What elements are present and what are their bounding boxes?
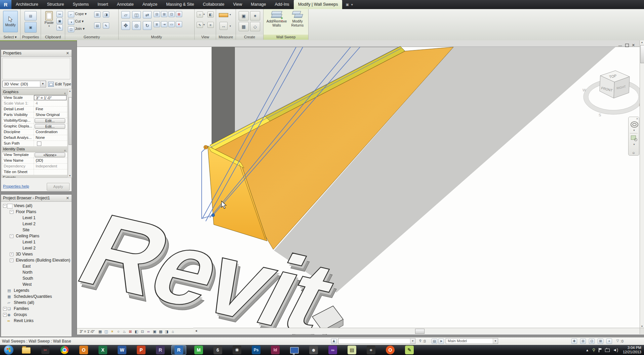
exclude-pinned-icon[interactable]: ⊠ — [598, 339, 603, 344]
section-header-identity-data[interactable]: Identity Data» — [2, 146, 67, 152]
shadows-icon[interactable]: ○ — [116, 329, 121, 334]
taskbar-icon-app-m[interactable]: M — [191, 345, 206, 355]
sun-path-icon[interactable]: ☀ — [110, 329, 115, 334]
panel-label-select[interactable]: Select ▾ — [0, 35, 20, 40]
copy-to-clipboard-icon[interactable]: ▣ — [56, 18, 63, 24]
split-face-icon[interactable]: ▤ — [94, 23, 100, 29]
scroll-up-icon[interactable]: ▲ — [640, 41, 644, 43]
cut-to-clipboard-icon[interactable]: ✂ — [56, 11, 63, 17]
taskbar-icon-indesign[interactable]: Id — [268, 345, 283, 355]
section-header-extents[interactable]: Extents» — [2, 175, 67, 178]
join-geometry-button[interactable]: Join ▾ — [75, 27, 85, 31]
tree-expander[interactable]: + — [3, 307, 7, 311]
taskbar-icon-visual-studio[interactable]: ∞ — [325, 345, 340, 355]
tree-item-level1[interactable]: Level 1 — [1, 215, 72, 221]
scroll-up-icon[interactable]: ▲ — [68, 90, 72, 92]
tree-expander[interactable]: − — [10, 210, 13, 214]
view-name-value[interactable]: {3D} — [34, 158, 67, 163]
modify-tool-button[interactable]: Modify — [3, 11, 18, 32]
align-icon[interactable]: ▱ — [121, 11, 130, 18]
collapse-chevron-icon[interactable]: » — [62, 90, 68, 94]
worksharing-display-icon[interactable]: ▩ — [158, 329, 163, 334]
view-template-button[interactable]: <None> — [35, 153, 65, 157]
tab-add-ins[interactable]: Add-Ins — [271, 0, 294, 9]
create-group-icon[interactable]: ▣ — [239, 11, 249, 21]
navbar-collapse-icon[interactable]: ⊖ — [632, 151, 635, 155]
tab-architecture[interactable]: Architecture — [11, 0, 43, 9]
zoom-icon[interactable] — [631, 135, 636, 140]
taskbar-icon-windows-explorer[interactable] — [19, 345, 34, 355]
taskbar-icon-revit-active[interactable]: R — [171, 345, 186, 355]
title-on-sheet-value[interactable] — [34, 169, 67, 175]
paste-button[interactable]: Paste ▾ — [43, 11, 55, 28]
tree-expander[interactable]: − — [3, 204, 7, 208]
panel-label-properties[interactable]: Properties — [21, 35, 41, 40]
measure-dropdown-arrow[interactable]: ▾ — [230, 13, 231, 16]
tree-item-revit-links[interactable]: ∞Revit Links — [1, 318, 72, 324]
taskbar-icon-headset-app[interactable]: ☻ — [306, 345, 321, 355]
design-options-icon[interactable]: ▤ — [432, 339, 437, 344]
taskbar-icon-revit-viewer[interactable]: R — [153, 345, 168, 355]
tree-item-elevations[interactable]: −Elevations (Building Elevation) — [1, 257, 72, 263]
horizontal-scrollbar-thumb[interactable] — [415, 329, 425, 334]
visual-style-icon[interactable]: ◫ — [104, 329, 109, 334]
sweep-end-grip[interactable] — [212, 214, 215, 217]
tree-item-groups[interactable]: +◉Groups — [1, 312, 72, 318]
tree-item-floor-plans[interactable]: −Floor Plans — [1, 209, 72, 215]
add-remove-walls-button[interactable]: +− Add/Remove Walls — [266, 10, 287, 27]
tab-collaborate[interactable]: Collaborate — [199, 0, 229, 9]
taskbar-icon-origin[interactable]: O — [383, 345, 398, 355]
cut-geometry-button[interactable]: Cut ▾ — [75, 19, 84, 24]
zoom-dropdown-arrow[interactable]: ▼ — [633, 143, 635, 146]
show-hidden-icons[interactable]: ▲ — [586, 348, 589, 352]
tab-systems[interactable]: Systems — [68, 0, 93, 9]
matchline-icon[interactable]: ▭ — [168, 21, 175, 27]
move-icon[interactable]: ✥ — [121, 21, 130, 30]
ribbon-minimize-icon[interactable]: ▣ ▾ — [342, 0, 357, 9]
viewcube-south-label[interactable]: S — [599, 113, 601, 117]
panel-label-geometry[interactable]: Geometry — [65, 35, 118, 40]
tab-analyze[interactable]: Analyze — [138, 0, 162, 9]
tree-item-site[interactable]: Site — [1, 227, 72, 233]
application-menu-button[interactable]: R — [0, 0, 11, 9]
lock-3d-view-icon[interactable]: ⊡ — [140, 329, 145, 334]
tree-item-sheets[interactable]: ▱Sheets (all) — [1, 300, 72, 306]
collapse-chevron-icon[interactable]: » — [62, 147, 68, 152]
scroll-left-icon[interactable]: ◄ — [195, 329, 198, 332]
taskbar-clock[interactable]: 3:04 PM 12/21/2013 — [621, 346, 641, 354]
tree-item-west[interactable]: West — [1, 281, 72, 287]
tree-item-ceiling-level2[interactable]: Level 2 — [1, 245, 72, 251]
tree-item-families[interactable]: +❏Families — [1, 306, 72, 312]
graphic-display-edit-button[interactable]: Edit... — [35, 124, 65, 129]
active-workset-dropdown[interactable]: ▼ — [338, 338, 415, 344]
copy-icon[interactable]: ◎ — [132, 21, 141, 30]
taskbar-icon-excel[interactable]: X — [95, 345, 110, 355]
tab-manage[interactable]: Manage — [246, 0, 270, 9]
tree-item-north[interactable]: North — [1, 269, 72, 275]
action-center-flag-icon[interactable] — [599, 348, 602, 352]
unpin-icon[interactable]: ⊠ — [176, 11, 182, 17]
tree-expander[interactable]: − — [10, 234, 13, 238]
offset-icon[interactable]: ◫ — [132, 11, 141, 18]
show-crop-region-icon[interactable]: ◧ — [134, 329, 139, 334]
design-options-pick-icon[interactable]: ➤ — [438, 339, 444, 344]
worksets-icon[interactable]: ♟ — [331, 339, 337, 344]
taskbar-icon-outlook[interactable]: O — [76, 345, 91, 355]
lightbulb-hidden-icon[interactable]: ○ — [197, 11, 203, 17]
paint-icon[interactable]: ✎ — [103, 23, 109, 29]
cope-button[interactable]: Cope ▾ — [75, 12, 87, 16]
volume-icon[interactable]: ◄) — [613, 348, 618, 352]
key-tray-icon[interactable]: ⚲ — [592, 348, 595, 352]
measure-between-icon[interactable]: ↔ — [219, 22, 228, 30]
taskbar-icon-photoshop[interactable]: Ps — [249, 345, 264, 355]
trim-extend-icon[interactable]: ⊞ — [161, 11, 167, 17]
design-option-dropdown-arrow[interactable]: ▼ — [493, 339, 498, 344]
properties-scrollbar-thumb[interactable] — [69, 97, 72, 145]
tree-item-schedules[interactable]: ▦Schedules/Quantities — [1, 293, 72, 300]
project-browser-close-icon[interactable]: ✕ — [65, 195, 70, 201]
taskbar-icon-chrome[interactable] — [57, 345, 72, 355]
properties-palette-titlebar[interactable]: Properties ✕ — [1, 50, 72, 57]
tree-item-3d-views[interactable]: +3D Views — [1, 251, 72, 257]
tab-insert[interactable]: Insert — [93, 0, 112, 9]
scale-icon[interactable]: ⇥ — [161, 21, 167, 27]
